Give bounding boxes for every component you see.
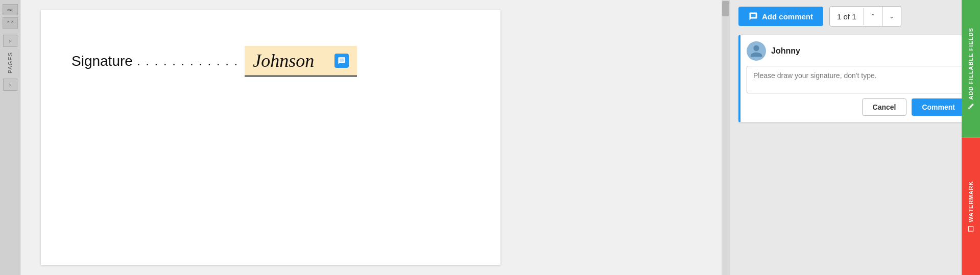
signature-line: Signature . . . . . . . . . . . . Johnso… bbox=[71, 46, 470, 77]
pagination-prev-button[interactable]: ⌃ bbox=[864, 7, 882, 26]
commenter-name: Johnny bbox=[771, 46, 800, 56]
comment-card: Johnny Cancel Comment bbox=[738, 35, 972, 122]
comment-input[interactable] bbox=[747, 66, 965, 93]
scrollbar-thumb[interactable] bbox=[722, 1, 729, 16]
comment-toolbar: Add comment 1 of 1 ⌃ ⌄ bbox=[730, 0, 980, 27]
scrollbar-track[interactable] bbox=[722, 0, 730, 275]
fillable-fields-icon bbox=[967, 103, 974, 110]
watermark-icon bbox=[967, 225, 974, 232]
comment-header: Johnny bbox=[747, 41, 965, 61]
pagination-control: 1 of 1 ⌃ ⌄ bbox=[829, 6, 901, 27]
signature-value: Johnson bbox=[253, 50, 314, 71]
pages-nav: › PAGES › bbox=[3, 35, 17, 91]
comment-panel: Johnny Cancel Comment bbox=[730, 27, 980, 275]
add-comment-icon bbox=[749, 12, 758, 21]
right-tabs: ADD FILLABLE FIELDS WATERMARK bbox=[962, 0, 980, 275]
pagination-text: 1 of 1 bbox=[830, 8, 864, 25]
pages-collapse-button[interactable]: › bbox=[3, 79, 17, 91]
add-fillable-fields-tab[interactable]: ADD FILLABLE FIELDS bbox=[962, 0, 980, 138]
watermark-tab[interactable]: WATERMARK bbox=[962, 138, 980, 276]
scroll-up-double-button[interactable]: « « bbox=[3, 4, 18, 15]
comment-submit-button[interactable]: Comment bbox=[912, 98, 965, 116]
comment-actions: Cancel Comment bbox=[747, 98, 965, 116]
avatar bbox=[747, 41, 766, 61]
pages-expand-button[interactable]: › bbox=[3, 35, 17, 47]
document-page: Signature . . . . . . . . . . . . Johnso… bbox=[41, 10, 500, 265]
signature-dots: . . . . . . . . . . . . bbox=[137, 54, 238, 68]
right-panel: Add comment 1 of 1 ⌃ ⌄ Johnny Cancel Com… bbox=[730, 0, 980, 275]
comment-bubble-button[interactable] bbox=[334, 54, 349, 68]
signature-label: Signature bbox=[71, 53, 133, 69]
add-comment-button[interactable]: Add comment bbox=[738, 7, 823, 26]
scroll-up-button[interactable]: ⌃ ⌃ bbox=[3, 17, 18, 29]
left-sidebar: « « ⌃ ⌃ › PAGES › bbox=[0, 0, 20, 275]
pagination-next-button[interactable]: ⌄ bbox=[882, 7, 901, 26]
signature-field[interactable]: Johnson bbox=[245, 46, 357, 77]
pages-label: PAGES bbox=[7, 52, 13, 73]
comment-icon bbox=[338, 57, 346, 65]
cancel-button[interactable]: Cancel bbox=[862, 98, 907, 116]
avatar-icon bbox=[749, 44, 763, 58]
document-area: Signature . . . . . . . . . . . . Johnso… bbox=[20, 0, 722, 275]
